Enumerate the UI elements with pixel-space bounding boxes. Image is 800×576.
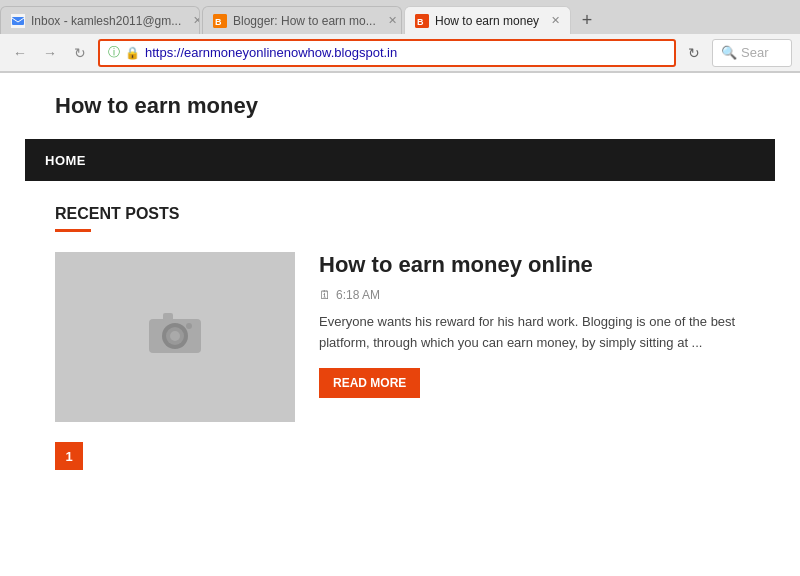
lock-icon: 🔒 bbox=[125, 46, 140, 60]
reload-icon: ↻ bbox=[688, 45, 700, 61]
info-icon: ⓘ bbox=[108, 44, 120, 61]
pagination: 1 bbox=[55, 442, 745, 470]
post-info: How to earn money online 🗓 6:18 AM Every… bbox=[319, 252, 745, 398]
read-more-button[interactable]: READ MORE bbox=[319, 368, 420, 398]
svg-text:B: B bbox=[417, 17, 424, 27]
camera-icon bbox=[145, 307, 205, 368]
search-icon: 🔍 bbox=[721, 45, 737, 60]
browser-chrome: Inbox - kamlesh2011@gm... ✕ B Blogger: H… bbox=[0, 0, 800, 73]
page-inner: How to earn money HOME RECENT POSTS bbox=[25, 73, 775, 490]
forward-button[interactable]: → bbox=[38, 41, 62, 65]
tab-favicon-blogger: B bbox=[213, 14, 227, 28]
tab-favicon-page: B bbox=[415, 14, 429, 28]
post-meta: 🗓 6:18 AM bbox=[319, 288, 745, 302]
url-bar[interactable]: ⓘ 🔒 https://earnmoneyonlinenowhow.blogsp… bbox=[98, 39, 676, 67]
search-placeholder: Sear bbox=[741, 45, 768, 60]
post-time: 6:18 AM bbox=[336, 288, 380, 302]
page-1-button[interactable]: 1 bbox=[55, 442, 83, 470]
recent-posts-section: RECENT POSTS bbox=[55, 205, 745, 422]
svg-text:B: B bbox=[215, 17, 222, 27]
new-tab-icon: + bbox=[582, 10, 593, 31]
tab-page[interactable]: B How to earn money ✕ bbox=[404, 6, 571, 34]
back-button[interactable]: ← bbox=[8, 41, 32, 65]
back-icon: ← bbox=[13, 45, 27, 61]
site-title: How to earn money bbox=[55, 93, 745, 119]
tab-inbox-label: Inbox - kamlesh2011@gm... bbox=[31, 14, 181, 28]
tab-close-blogger[interactable]: ✕ bbox=[382, 14, 397, 27]
tab-bar: Inbox - kamlesh2011@gm... ✕ B Blogger: H… bbox=[0, 0, 800, 34]
url-text: https://earnmoneyonlinenowhow.blogspot.i… bbox=[145, 45, 397, 60]
refresh-icon: ↻ bbox=[74, 45, 86, 61]
tab-close-page[interactable]: ✕ bbox=[545, 14, 560, 27]
section-underline bbox=[55, 229, 91, 232]
post-item: How to earn money online 🗓 6:18 AM Every… bbox=[55, 252, 745, 422]
reload-button[interactable]: ↻ bbox=[682, 41, 706, 65]
svg-rect-10 bbox=[163, 313, 173, 321]
refresh-button[interactable]: ↻ bbox=[68, 41, 92, 65]
svg-point-11 bbox=[186, 323, 192, 329]
nav-home[interactable]: HOME bbox=[45, 153, 86, 168]
svg-point-9 bbox=[170, 331, 180, 341]
svg-rect-1 bbox=[12, 17, 24, 25]
tab-page-label: How to earn money bbox=[435, 14, 539, 28]
forward-icon: → bbox=[43, 45, 57, 61]
post-excerpt: Everyone wants his reward for his hard w… bbox=[319, 312, 745, 354]
post-thumbnail bbox=[55, 252, 295, 422]
post-title: How to earn money online bbox=[319, 252, 745, 278]
search-bar[interactable]: 🔍 Sear bbox=[712, 39, 792, 67]
nav-bar: HOME bbox=[25, 139, 775, 181]
tab-favicon-inbox bbox=[11, 14, 25, 28]
tab-blogger-label: Blogger: How to earn mo... bbox=[233, 14, 376, 28]
address-bar-row: ← → ↻ ⓘ 🔒 https://earnmoneyonlinenowhow.… bbox=[0, 34, 800, 72]
section-title: RECENT POSTS bbox=[55, 205, 745, 223]
page-content: How to earn money HOME RECENT POSTS bbox=[0, 73, 800, 576]
new-tab-button[interactable]: + bbox=[573, 6, 601, 34]
tab-inbox[interactable]: Inbox - kamlesh2011@gm... ✕ bbox=[0, 6, 200, 34]
tab-close-inbox[interactable]: ✕ bbox=[187, 14, 200, 27]
calendar-icon: 🗓 bbox=[319, 288, 331, 302]
tab-blogger[interactable]: B Blogger: How to earn mo... ✕ bbox=[202, 6, 402, 34]
